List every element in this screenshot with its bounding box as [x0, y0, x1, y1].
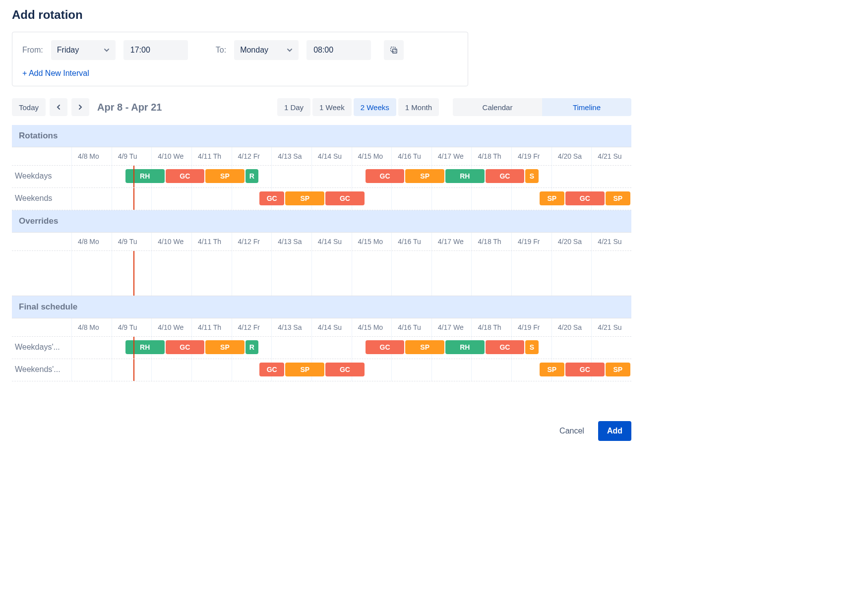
prev-button[interactable] — [50, 98, 67, 116]
period-1month[interactable]: 1 Month — [398, 98, 439, 116]
shift-GC[interactable]: GC — [325, 191, 365, 205]
today-button[interactable]: Today — [12, 98, 46, 116]
from-label: From: — [22, 46, 43, 55]
day-header-cell: 4/10 We — [151, 233, 191, 250]
shift-GC[interactable]: GC — [486, 169, 525, 183]
day-header-cell: 4/14 Su — [311, 318, 352, 336]
day-header-cell: 4/14 Su — [311, 233, 352, 250]
day-header-cell: 4/20 Sa — [552, 233, 592, 250]
shift-GC[interactable]: GC — [259, 363, 284, 376]
section-overrides: Overrides — [12, 210, 631, 232]
day-header-cell: 4/8 Mo — [71, 233, 112, 250]
day-header-cell: 4/20 Sa — [552, 318, 592, 336]
day-header-cell: 4/10 We — [151, 318, 191, 336]
chevron-down-icon — [104, 47, 110, 53]
shift-GC[interactable]: GC — [325, 363, 365, 376]
day-header-cell: 4/14 Su — [311, 147, 352, 165]
day-header-cell: 4/19 Fr — [511, 233, 552, 250]
row-label: Weekends'... — [12, 359, 71, 381]
period-1day[interactable]: 1 Day — [277, 98, 310, 116]
row-label: Weekdays — [12, 166, 71, 187]
shift-GC[interactable]: GC — [166, 340, 205, 354]
shift-SP[interactable]: SP — [540, 191, 564, 205]
day-header-cell: 4/19 Fr — [511, 147, 552, 165]
period-2weeks[interactable]: 2 Weeks — [354, 98, 396, 116]
next-button[interactable] — [71, 98, 89, 116]
shift-SP[interactable]: SP — [405, 169, 444, 183]
shift-RH[interactable]: RH — [445, 169, 485, 183]
shift-S[interactable]: S — [525, 340, 538, 354]
view-segment: Calendar Timeline — [453, 98, 631, 116]
cancel-button[interactable]: Cancel — [553, 421, 590, 441]
shift-SP[interactable]: SP — [205, 169, 245, 183]
shift-GC[interactable]: GC — [486, 340, 525, 354]
day-header-cell: 4/12 Fr — [232, 147, 272, 165]
lane-weekends: Weekends GCSPGCSPGCSP — [12, 188, 631, 210]
day-header-cell: 4/17 We — [431, 147, 472, 165]
day-header-cell: 4/9 Tu — [112, 147, 152, 165]
day-header-cell: 4/16 Tu — [391, 233, 431, 250]
day-header-cell: 4/21 Su — [591, 233, 631, 250]
day-header-cell: 4/11 Th — [191, 233, 232, 250]
day-header-cell: 4/16 Tu — [391, 147, 431, 165]
shift-GC[interactable]: GC — [166, 169, 205, 183]
view-timeline[interactable]: Timeline — [542, 98, 631, 116]
shift-SP[interactable]: SP — [540, 363, 564, 376]
shift-GC[interactable]: GC — [366, 169, 405, 183]
shift-R[interactable]: R — [245, 169, 258, 183]
shift-SP[interactable]: SP — [205, 340, 245, 354]
day-header-cell: 4/15 Mo — [352, 147, 392, 165]
shift-SP[interactable]: SP — [606, 363, 630, 376]
day-header-cell: 4/15 Mo — [352, 233, 392, 250]
shift-RH[interactable]: RH — [445, 340, 485, 354]
shift-GC[interactable]: GC — [259, 191, 284, 205]
shift-SP[interactable]: SP — [285, 363, 324, 376]
to-day-select[interactable]: Monday — [234, 40, 299, 60]
day-header-cell: 4/18 Th — [471, 233, 511, 250]
shift-SP[interactable]: SP — [405, 340, 444, 354]
copy-interval-button[interactable] — [384, 40, 404, 60]
shift-S[interactable]: S — [525, 169, 538, 183]
lane-final-weekends: Weekends'... GCSPGCSPGCSP — [12, 359, 631, 381]
interval-panel: From: Friday 17:00 To: Monday 08:00 — [12, 32, 468, 86]
section-rotations: Rotations — [12, 125, 631, 147]
day-header: 4/8 Mo4/9 Tu4/10 We4/11 Th4/12 Fr4/13 Sa… — [12, 233, 631, 251]
shift-SP[interactable]: SP — [285, 191, 324, 205]
day-header-cell: 4/17 We — [431, 233, 472, 250]
to-label: To: — [216, 46, 226, 55]
day-header-cell: 4/13 Sa — [271, 147, 311, 165]
from-time-input[interactable]: 17:00 — [123, 40, 188, 60]
to-time-input[interactable]: 08:00 — [306, 40, 371, 60]
day-header-cell: 4/8 Mo — [71, 318, 112, 336]
lane-weekdays: Weekdays RHGCSPRGCSPRHGCS — [12, 166, 631, 188]
day-header: 4/8 Mo4/9 Tu4/10 We4/11 Th4/12 Fr4/13 Sa… — [12, 318, 631, 337]
day-header: 4/8 Mo4/9 Tu4/10 We4/11 Th4/12 Fr4/13 Sa… — [12, 147, 631, 166]
shift-GC[interactable]: GC — [366, 340, 405, 354]
period-1week[interactable]: 1 Week — [312, 98, 352, 116]
day-header-cell: 4/13 Sa — [271, 318, 311, 336]
shift-GC[interactable]: GC — [565, 191, 605, 205]
day-header-cell: 4/16 Tu — [391, 318, 431, 336]
row-label: Weekdays'... — [12, 337, 71, 359]
day-header-cell: 4/10 We — [151, 147, 191, 165]
timeline-toolbar: Today Apr 8 - Apr 21 1 Day 1 Week 2 Week… — [12, 98, 631, 116]
day-header-cell: 4/8 Mo — [71, 147, 112, 165]
day-header-cell: 4/20 Sa — [552, 147, 592, 165]
day-header-cell: 4/12 Fr — [232, 233, 272, 250]
from-day-select[interactable]: Friday — [51, 40, 116, 60]
day-header-cell: 4/21 Su — [591, 318, 631, 336]
add-interval-link[interactable]: + Add New Interval — [22, 69, 89, 78]
period-segment: 1 Day 1 Week 2 Weeks 1 Month — [277, 98, 439, 116]
overrides-empty — [12, 251, 631, 296]
shift-RH[interactable]: RH — [125, 169, 165, 183]
day-header-cell: 4/9 Tu — [112, 318, 152, 336]
section-final: Final schedule — [12, 296, 631, 318]
shift-R[interactable]: R — [245, 340, 258, 354]
view-calendar[interactable]: Calendar — [453, 98, 542, 116]
shift-GC[interactable]: GC — [565, 363, 605, 376]
day-header-cell: 4/15 Mo — [352, 318, 392, 336]
add-button[interactable]: Add — [598, 421, 631, 441]
day-header-cell: 4/18 Th — [471, 318, 511, 336]
shift-RH[interactable]: RH — [125, 340, 165, 354]
shift-SP[interactable]: SP — [606, 191, 630, 205]
